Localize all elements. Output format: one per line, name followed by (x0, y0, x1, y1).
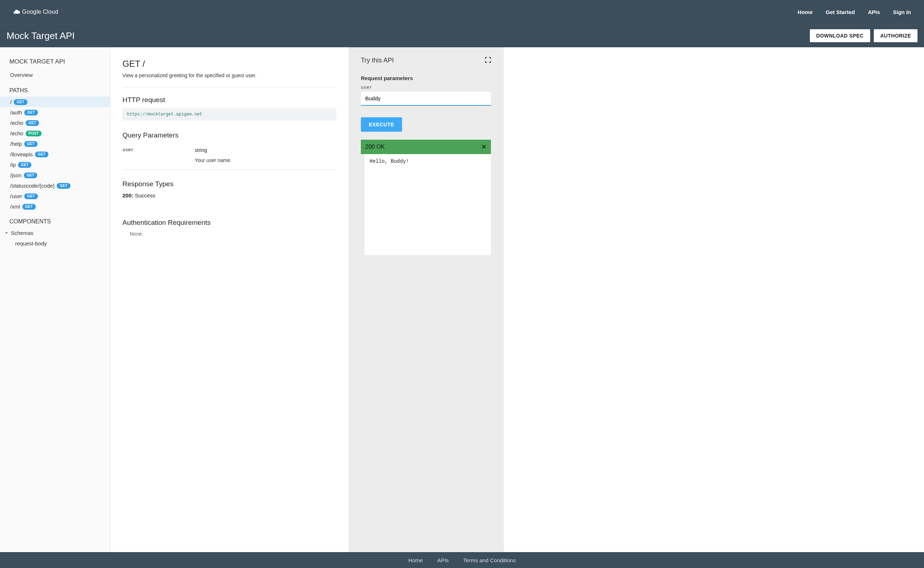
result-box: 200 OK ✕ Hello, Buddy! (361, 140, 491, 255)
query-param-type: string (195, 147, 336, 153)
path-item[interactable]: /userGET (0, 191, 110, 201)
footer-home[interactable]: Home (409, 557, 423, 563)
method-badge: GET (35, 151, 48, 157)
endpoint-title: GET / (123, 59, 336, 69)
nav-get-started[interactable]: Get Started (826, 9, 855, 15)
sidebar-overview[interactable]: Overview (0, 69, 110, 81)
method-badge: GET (24, 110, 38, 115)
path-text: /user (10, 193, 22, 199)
method-badge: GET (26, 120, 39, 126)
response-body: Hello, Buddy! (361, 154, 491, 255)
close-icon[interactable]: ✕ (481, 143, 486, 151)
path-item[interactable]: /xmlGET (0, 201, 110, 212)
endpoint-description: View a personalized greeting for the spe… (123, 73, 336, 78)
try-param-name: user (361, 85, 491, 90)
path-item[interactable]: /statuscode/{code}GET (0, 180, 110, 191)
schemas-label: Schemas (11, 230, 33, 236)
path-text: /statuscode/{code} (10, 183, 55, 189)
status-text: 200 OK (365, 144, 385, 150)
path-text: /echo (10, 120, 23, 126)
auth-requirements-heading: Authentication Requirements (123, 219, 336, 227)
sidebar-api-title: MOCK TARGET API (0, 56, 110, 69)
user-input[interactable] (361, 92, 491, 106)
response-code: 200: (123, 192, 133, 198)
path-text: /help (10, 141, 22, 147)
download-spec-button[interactable]: DOWNLOAD SPEC (810, 29, 870, 42)
footer-apis[interactable]: APIs (438, 557, 449, 563)
api-title: Mock Target API (6, 30, 75, 41)
sidebar-components-label: COMPONENTS (0, 212, 110, 228)
query-param-row: user string Your user name. (123, 144, 336, 170)
paths-list: /GET/authGET/echoGET/echoPOST/helpGET/il… (0, 97, 110, 212)
layout: MOCK TARGET API Overview PATHS /GET/auth… (0, 47, 924, 552)
query-param-name: user (123, 147, 195, 163)
subheader: Mock Target API DOWNLOAD SPEC AUTHORIZE (0, 24, 924, 47)
path-item[interactable]: /GET (0, 97, 110, 107)
footer-terms[interactable]: Terms and Conditions (463, 557, 515, 563)
method-badge: POST (26, 131, 42, 136)
cloud-logo-icon (13, 8, 20, 15)
top-nav: Google Cloud Home Get Started APIs Sign … (0, 0, 924, 24)
path-text: /ip (10, 162, 16, 168)
footer: Home APIs Terms and Conditions (0, 552, 924, 568)
path-item[interactable]: /ipGET (0, 160, 110, 170)
main-content: GET / View a personalized greeting for t… (110, 47, 348, 552)
schemas-tree-node[interactable]: Schemas (0, 228, 110, 238)
path-text: / (10, 99, 12, 105)
method-badge: GET (24, 172, 37, 178)
path-item[interactable]: /authGET (0, 107, 110, 118)
path-item[interactable]: /iloveapisGET (0, 149, 110, 160)
try-title: Try this API (361, 57, 394, 64)
auth-none: None. (123, 231, 336, 237)
query-params-heading: Query Parameters (123, 131, 336, 139)
sidebar-paths-label: PATHS (0, 81, 110, 97)
method-badge: GET (24, 141, 38, 147)
topnav-links: Home Get Started APIs Sign In (798, 9, 911, 15)
logo-text: Google Cloud (22, 9, 58, 15)
status-bar: 200 OK ✕ (361, 140, 491, 154)
logo[interactable]: Google Cloud (13, 8, 58, 15)
authorize-button[interactable]: AUTHORIZE (874, 29, 918, 42)
nav-home[interactable]: Home (798, 9, 813, 15)
method-badge: GET (18, 162, 32, 168)
sidebar: MOCK TARGET API Overview PATHS /GET/auth… (0, 47, 110, 552)
path-item[interactable]: /helpGET (0, 139, 110, 149)
path-item[interactable]: /echoGET (0, 118, 110, 128)
path-item[interactable]: /echoPOST (0, 128, 110, 139)
method-badge: GET (14, 99, 27, 105)
response-types-heading: Response Types (123, 180, 336, 188)
execute-button[interactable]: EXECUTE (361, 117, 402, 132)
path-text: /json (10, 172, 22, 178)
response-desc: Success (135, 192, 155, 198)
path-text: /echo (10, 130, 23, 136)
try-panel: Try this API Request parameters user EXE… (348, 47, 504, 552)
nav-apis[interactable]: APIs (868, 9, 880, 15)
nav-sign-in[interactable]: Sign In (893, 9, 911, 15)
path-text: /auth (10, 109, 22, 115)
schema-item-request-body[interactable]: request-body (0, 238, 110, 249)
chevron-down-icon (5, 232, 8, 234)
response-line: 200: Success (123, 192, 336, 198)
method-badge: GET (57, 183, 70, 189)
method-badge: GET (23, 204, 36, 210)
method-badge: GET (24, 193, 38, 199)
http-url-box: https://mocktarget.apigee.net (123, 108, 336, 121)
path-item[interactable]: /jsonGET (0, 170, 110, 180)
expand-icon[interactable] (485, 57, 491, 64)
http-request-heading: HTTP request (123, 96, 336, 104)
request-parameters-label: Request parameters (361, 75, 491, 81)
path-text: /iloveapis (10, 151, 33, 157)
query-param-desc: Your user name. (195, 157, 336, 163)
path-text: /xml (10, 204, 20, 210)
